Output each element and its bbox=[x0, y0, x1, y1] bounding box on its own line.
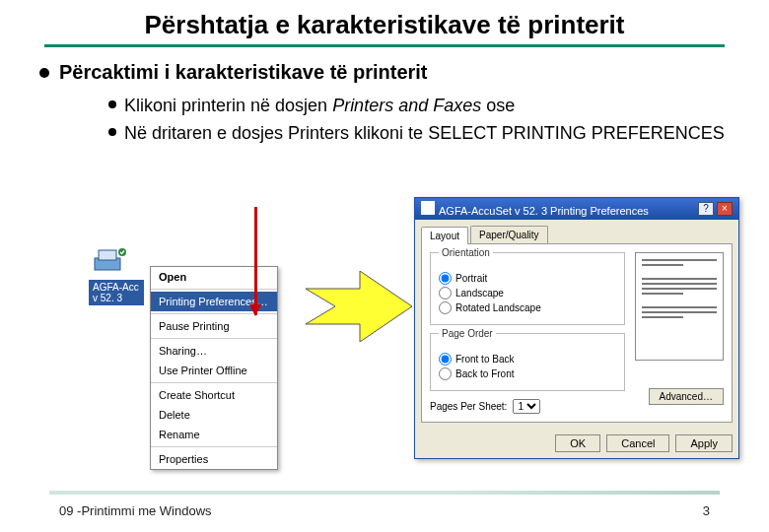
radio-front-to-back[interactable]: Front to Back bbox=[439, 353, 616, 366]
svg-rect-1 bbox=[99, 250, 116, 260]
printer-icon[interactable] bbox=[89, 246, 128, 276]
l1-text: Përcaktimi i karakteristikave të printer… bbox=[59, 61, 428, 84]
printer-context-wrap: AGFA-Acc v 52. 3 Open Printing Preferenc… bbox=[89, 246, 144, 305]
pages-per-sheet: Pages Per Sheet: 1 bbox=[430, 399, 625, 414]
pps-select[interactable]: 1 bbox=[513, 399, 540, 414]
close-button[interactable]: × bbox=[717, 202, 733, 216]
ctx-offline[interactable]: Use Printer Offline bbox=[151, 361, 277, 380]
slide-title: Përshtatja e karakteristikave të printer… bbox=[0, 0, 769, 44]
ctx-sharing[interactable]: Sharing… bbox=[151, 341, 277, 361]
ctx-sep bbox=[151, 289, 277, 290]
preview-line bbox=[642, 306, 717, 308]
bullet-dot bbox=[108, 128, 116, 136]
ctx-properties[interactable]: Properties bbox=[151, 449, 277, 469]
ctx-shortcut[interactable]: Create Shortcut bbox=[151, 385, 277, 405]
dialog-buttons: OK Cancel Apply bbox=[415, 429, 738, 458]
dialog-tabs: Layout Paper/Quality bbox=[421, 226, 733, 244]
context-menu: Open Printing Preferences… Pause Printin… bbox=[150, 266, 278, 470]
bullet-level1: Përcaktimi i karakteristikave të printer… bbox=[39, 61, 739, 84]
preview-line bbox=[642, 316, 683, 318]
radio-landscape[interactable]: Landscape bbox=[439, 287, 616, 299]
radio-rotated[interactable]: Rotated Landscape bbox=[439, 301, 616, 314]
legend-orientation: Orientation bbox=[439, 247, 493, 258]
radio-portrait[interactable]: Portrait bbox=[439, 272, 616, 285]
help-button[interactable]: ? bbox=[698, 202, 714, 216]
footer-bar bbox=[49, 491, 720, 495]
dialog-titlebar: AGFA-AccuSet v 52. 3 Printing Preference… bbox=[415, 198, 738, 220]
l2a-pre: Klikoni printerin në dosjen bbox=[124, 96, 332, 115]
ctx-rename[interactable]: Rename bbox=[151, 425, 277, 444]
cancel-button[interactable]: Cancel bbox=[606, 434, 669, 452]
page-number: 3 bbox=[703, 503, 710, 518]
l2a-text: Klikoni printerin në dosjen Printers and… bbox=[124, 94, 515, 117]
group-page-order: Page Order Front to Back Back to Front bbox=[430, 333, 625, 391]
legend-page-order: Page Order bbox=[439, 328, 496, 339]
tab-paper-quality[interactable]: Paper/Quality bbox=[470, 226, 548, 243]
ctx-sep bbox=[151, 382, 277, 383]
l2a-ital: Printers and Faxes bbox=[332, 96, 481, 115]
svg-marker-3 bbox=[306, 271, 412, 342]
dialog-title-text: AGFA-AccuSet v 52. 3 Printing Preference… bbox=[421, 201, 649, 217]
radio-back-to-front[interactable]: Back to Front bbox=[439, 367, 616, 380]
apply-button[interactable]: Apply bbox=[675, 434, 733, 452]
ok-button[interactable]: OK bbox=[555, 434, 600, 452]
pps-label: Pages Per Sheet: bbox=[430, 401, 507, 412]
printer-label[interactable]: AGFA-Acc v 52. 3 bbox=[89, 280, 144, 305]
red-arrow-icon bbox=[254, 207, 257, 315]
title-underline bbox=[44, 44, 725, 47]
ctx-sep bbox=[151, 446, 277, 447]
ctx-delete[interactable]: Delete bbox=[151, 405, 277, 425]
preview-line bbox=[642, 278, 717, 280]
bullet-level2-a: Klikoni printerin në dosjen Printers and… bbox=[108, 94, 739, 117]
bullet-dot bbox=[39, 68, 49, 78]
content-area: Përcaktimi i karakteristikave të printer… bbox=[0, 61, 769, 146]
preview-line bbox=[642, 264, 683, 266]
footer-left: 09 -Printimmi me Windows bbox=[59, 503, 212, 518]
printer-small-icon bbox=[421, 201, 435, 215]
advanced-button[interactable]: Advanced… bbox=[649, 388, 724, 405]
layout-preview bbox=[635, 252, 724, 361]
preview-line bbox=[642, 311, 717, 313]
l2b-text: Në dritaren e dosjes Printers klikoni te… bbox=[124, 121, 725, 145]
yellow-arrow-icon bbox=[306, 271, 414, 342]
preview-line bbox=[642, 283, 717, 285]
tab-layout[interactable]: Layout bbox=[421, 227, 468, 244]
bullet-dot bbox=[108, 100, 116, 108]
printing-preferences-dialog: AGFA-AccuSet v 52. 3 Printing Preference… bbox=[414, 197, 739, 459]
tab-panel: Orientation Portrait Landscape Rotated L… bbox=[421, 244, 733, 423]
preview-line bbox=[642, 288, 717, 290]
l2a-post: ose bbox=[481, 96, 515, 115]
group-orientation: Orientation Portrait Landscape Rotated L… bbox=[430, 252, 625, 325]
bullet-level2-b: Në dritaren e dosjes Printers klikoni te… bbox=[108, 121, 739, 145]
dialog-body: Layout Paper/Quality Orientation Portrai… bbox=[415, 220, 738, 429]
ctx-open[interactable]: Open bbox=[151, 267, 277, 287]
preview-line bbox=[642, 259, 717, 261]
preview-line bbox=[642, 293, 683, 295]
ctx-sep bbox=[151, 338, 277, 339]
ctx-pause-printing[interactable]: Pause Printing bbox=[151, 316, 277, 336]
